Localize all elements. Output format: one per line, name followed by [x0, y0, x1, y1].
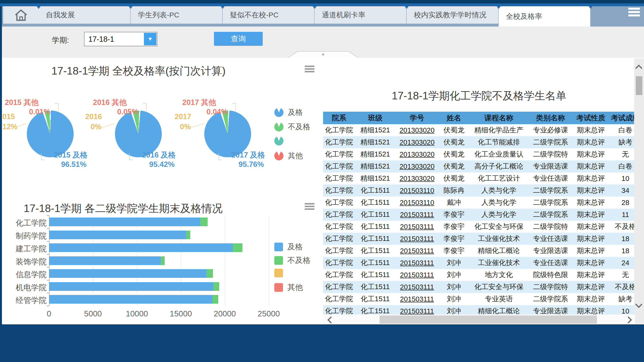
table-cell: 缺考 — [609, 136, 635, 148]
student-id-link[interactable]: 201503111 — [400, 295, 434, 303]
table-cell: 化工1511 — [355, 257, 396, 269]
table-cell: 精细1521 — [355, 160, 396, 173]
bar-pass-segment — [49, 256, 160, 265]
table-row: 化工学院化工1511201503110陈际冉人类与化学二级学院系期末总评34 — [323, 184, 635, 196]
pie-legend-不及格[interactable]: 不及格 — [274, 122, 310, 132]
student-id-link[interactable]: 201503110 — [400, 187, 434, 194]
vertical-scroll-thumb[interactable] — [636, 76, 642, 95]
student-id-link[interactable]: 201503111 — [400, 235, 434, 243]
table-cell: 期末总评 — [573, 281, 609, 293]
student-id-link[interactable]: 201303020 — [400, 151, 434, 158]
table-cell: 化工学院 — [323, 124, 355, 136]
table-cell: 201303020 — [396, 160, 438, 173]
vertical-scrollbar[interactable] — [634, 59, 644, 324]
table-cell: 高分子化工概论 — [470, 160, 528, 173]
tab-自我发展[interactable]: 自我发展 — [39, 6, 131, 24]
axis-tick — [47, 254, 49, 255]
table-cell: 伏蜀龙 — [438, 160, 470, 173]
legend-label: 及格 — [287, 242, 303, 252]
table-cell: 精细1521 — [355, 124, 396, 136]
column-header-院系: 院系 — [323, 112, 355, 124]
app-menu-icon[interactable] — [628, 8, 640, 19]
table-cell: 工业催化技术 — [470, 257, 528, 269]
pie-chart-menu-icon[interactable] — [305, 66, 314, 73]
horizontal-scroll-thumb[interactable] — [380, 316, 597, 324]
dropdown-arrow-icon[interactable]: ▼ — [144, 33, 156, 45]
pie-label-yellow-year: 015 — [2, 112, 15, 121]
semester-selected-value: 17-18-1 — [88, 35, 114, 44]
bar-legend-其他[interactable]: 其他 — [274, 282, 303, 293]
table-cell: 化工学院 — [323, 281, 355, 293]
student-id-link[interactable]: 201503111 — [400, 211, 434, 218]
table-row: 化工学院化工1511201503111李俊宇精细化工概论专业限选课期末总评18 — [323, 245, 635, 257]
student-id-link[interactable]: 201503111 — [400, 247, 434, 255]
tab-校内实践教学学时情况[interactable]: 校内实践教学学时情况 — [407, 6, 499, 24]
column-header-类别名称: 类别名称 — [528, 112, 573, 124]
pie-label-yellow-value: 0% — [180, 123, 191, 131]
student-id-link[interactable]: 201503111 — [400, 223, 434, 231]
semester-select[interactable]: 17-18-1 ▼ — [84, 32, 158, 46]
tab-学生列表-PC[interactable]: 学生列表-PC — [131, 6, 223, 24]
bar-legend-及格[interactable]: 及格 — [274, 242, 303, 252]
bar-pass-segment — [49, 217, 200, 226]
pie-legend-unnamed[interactable] — [274, 136, 288, 146]
tab-全校及格率[interactable]: 全校及格率 — [499, 6, 591, 26]
bar-pass-segment — [49, 282, 214, 291]
table-row: 化工学院精细1521201303020伏蜀龙化工企业质量认二级学院特期末总评无 — [323, 148, 635, 160]
pie-label-other-year: 2017 其他 — [182, 97, 216, 108]
semester-label: 学期: — [52, 35, 69, 45]
table-row: 化工学院精细1521201303020伏蜀龙高分子化工概论专业限选课期末总评白卷 — [323, 160, 635, 173]
pie-legend-及格[interactable]: 及格 — [274, 107, 303, 117]
table-cell: 二级学院特 — [528, 281, 573, 293]
legend-label: 及格 — [288, 107, 303, 117]
table-row: 化工学院精细1521201303020伏蜀龙化工工艺设计专业任选课期末总评10 — [323, 173, 635, 184]
query-button[interactable]: 查询 — [214, 32, 263, 46]
table-cell: 二级学院系 — [528, 209, 573, 221]
pie-label-pass-value: 95.76% — [238, 160, 264, 169]
bar-pass-segment — [49, 269, 206, 278]
bar-legend-unnamed[interactable] — [274, 269, 287, 277]
table-cell: 201503111 — [396, 269, 438, 281]
table-cell: 化工1511 — [355, 305, 396, 316]
table-cell: 专业限选课 — [528, 160, 573, 173]
gridline-x-20000 — [225, 215, 225, 306]
table-cell: 化工1511 — [355, 245, 396, 257]
table-cell: 伏蜀龙 — [438, 173, 470, 184]
table-cell: 戴冲 — [438, 196, 470, 209]
bar-fail-segment — [212, 295, 218, 304]
table-cell: 201503111 — [396, 221, 438, 233]
bar-chart-title: 17-18-1学期 各二级学院学生期末及格情况 — [24, 201, 223, 216]
student-id-link[interactable]: 201503111 — [400, 259, 434, 267]
axis-tick — [47, 280, 49, 280]
student-id-link[interactable]: 201503110 — [400, 199, 434, 206]
student-id-link[interactable]: 201303020 — [400, 126, 434, 134]
legend-marker-icon — [274, 151, 284, 160]
table-cell: 地方文化 — [470, 269, 528, 281]
x-axis-tick-label: 0 — [27, 309, 71, 318]
pie-label-yellow-year: 2017 — [174, 112, 191, 121]
student-id-link[interactable]: 201303020 — [400, 138, 434, 146]
table-cell: 化工节能减排 — [470, 136, 528, 148]
pie-legend-其他[interactable]: 其他 — [274, 151, 303, 161]
table-cell: 期末总评 — [573, 245, 609, 257]
student-id-link[interactable]: 201503111 — [400, 307, 434, 315]
tab-疑似不在校-PC[interactable]: 疑似不在校-PC — [223, 6, 315, 24]
table-cell: 精细1521 — [355, 173, 396, 184]
category-label-经管学院: 经管学院 — [3, 295, 46, 306]
table-cell: 201503111 — [396, 209, 438, 221]
table-cell: 期末总评 — [573, 269, 609, 281]
tab-通道机刷卡率[interactable]: 通道机刷卡率 — [315, 6, 407, 24]
student-id-link[interactable]: 201503111 — [400, 271, 434, 279]
bar-legend-不及格[interactable]: 不及格 — [274, 255, 310, 266]
table-cell: 化工学院 — [323, 148, 355, 160]
student-id-link[interactable]: 201503111 — [400, 283, 434, 291]
student-id-link[interactable]: 201303020 — [400, 163, 434, 170]
table-cell: 化工学院 — [323, 233, 355, 245]
tab-home[interactable] — [3, 6, 39, 24]
column-header-姓名: 姓名 — [438, 112, 470, 124]
x-axis-tick-label: 20000 — [203, 309, 246, 318]
student-id-link[interactable]: 201303020 — [400, 175, 434, 182]
x-axis-tick-label: 25000 — [247, 309, 290, 318]
pie-label-pass-year: 2016 及格 — [142, 150, 176, 160]
bar-chart-menu-icon[interactable] — [305, 203, 314, 210]
